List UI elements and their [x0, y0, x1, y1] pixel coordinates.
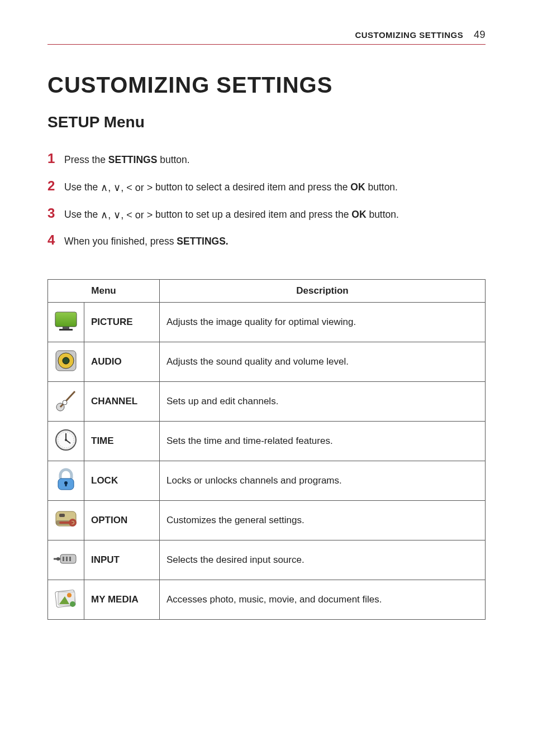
header-section: CUSTOMIZING SETTINGS: [355, 30, 463, 40]
menu-desc: Locks or unlocks channels and programs.: [160, 461, 486, 501]
step-text: When you finished, press SETTINGS.: [64, 232, 229, 251]
menu-label: TIME: [84, 422, 160, 461]
menu-desc: Sets up and edit channels.: [160, 382, 486, 422]
table-head-menu: Menu: [48, 280, 160, 303]
svg-rect-17: [65, 483, 67, 486]
menu-label: CHANNEL: [84, 382, 160, 422]
steps-list: 1 Press the SETTINGS button. 2 Use the ∧…: [47, 146, 486, 253]
lock-icon: [53, 466, 79, 493]
svg-rect-24: [69, 557, 71, 561]
svg-line-8: [60, 391, 75, 407]
menu-desc: Accesses photo, music, movie, and docume…: [160, 580, 486, 620]
step-text: Use the ∧, ∨, < or > button to set up a …: [64, 205, 399, 224]
table-row: OPTION Customizes the general settings.: [48, 501, 486, 540]
time-icon: [53, 427, 79, 453]
step-num: 2: [47, 173, 59, 199]
menu-desc: Adjusts the image quality for optimal vi…: [160, 303, 486, 342]
step-2: 2 Use the ∧, ∨, < or > button to select …: [47, 173, 486, 199]
table-row: AUDIO Adjusts the sound quality and volu…: [48, 342, 486, 382]
page-subtitle: SETUP Menu: [47, 113, 486, 131]
audio-icon: [53, 347, 79, 374]
setup-menu-table: Menu Description PICTURE Adjusts the ima…: [47, 279, 486, 620]
svg-point-30: [67, 593, 72, 597]
menu-label: OPTION: [84, 501, 160, 540]
menu-label: AUDIO: [84, 342, 160, 382]
table-row: TIME Sets the time and time-related feat…: [48, 422, 486, 461]
step-num: 4: [47, 227, 59, 253]
channel-icon: [53, 387, 79, 414]
svg-rect-1: [55, 312, 77, 327]
svg-point-26: [56, 557, 60, 561]
svg-rect-22: [63, 557, 64, 561]
picture-icon: [53, 308, 79, 334]
svg-rect-2: [63, 327, 69, 329]
table-head-desc: Description: [160, 280, 486, 303]
menu-label: LOCK: [84, 461, 160, 501]
menu-desc: Adjusts the sound quality and volume lev…: [160, 342, 486, 382]
manual-page: CUSTOMIZING SETTINGS 49 CUSTOMIZING SETT…: [0, 0, 533, 756]
page-title: CUSTOMIZING SETTINGS: [47, 73, 486, 98]
table-row: PICTURE Adjusts the image quality for op…: [48, 303, 486, 342]
table-row: CHANNEL Sets up and edit channels.: [48, 382, 486, 422]
svg-point-9: [63, 400, 67, 405]
table-row: LOCK Locks or unlocks channels and progr…: [48, 461, 486, 501]
menu-desc: Selects the desired input source.: [160, 540, 486, 580]
menu-label: INPUT: [84, 540, 160, 580]
svg-rect-3: [59, 329, 73, 331]
step-text: Use the ∧, ∨, < or > button to select a …: [64, 178, 398, 197]
svg-point-14: [65, 439, 67, 441]
step-3: 3 Use the ∧, ∨, < or > button to set up …: [47, 200, 486, 227]
mymedia-icon: [53, 585, 79, 612]
step-num: 1: [47, 146, 59, 172]
option-icon: [53, 506, 79, 533]
step-1: 1 Press the SETTINGS button.: [47, 146, 486, 172]
nav-arrows-icon: ∧, ∨, < or >: [101, 182, 153, 193]
svg-rect-23: [66, 557, 68, 561]
nav-arrows-icon: ∧, ∨, < or >: [101, 209, 153, 221]
menu-desc: Customizes the general settings.: [160, 501, 486, 540]
svg-rect-19: [59, 514, 65, 517]
step-4: 4 When you finished, press SETTINGS.: [47, 227, 486, 253]
page-number: 49: [474, 29, 486, 40]
svg-point-31: [70, 601, 75, 607]
menu-label: PICTURE: [84, 303, 160, 342]
step-text: Press the SETTINGS button.: [64, 150, 190, 169]
menu-label: MY MEDIA: [84, 580, 160, 620]
page-header: CUSTOMIZING SETTINGS 49: [47, 29, 486, 45]
input-icon: [53, 546, 79, 572]
menu-desc: Sets the time and time-related features.: [160, 422, 486, 461]
table-row: INPUT Selects the desired input source.: [48, 540, 486, 580]
table-row: MY MEDIA Accesses photo, music, movie, a…: [48, 580, 486, 620]
svg-point-6: [63, 357, 69, 364]
step-num: 3: [47, 200, 59, 227]
